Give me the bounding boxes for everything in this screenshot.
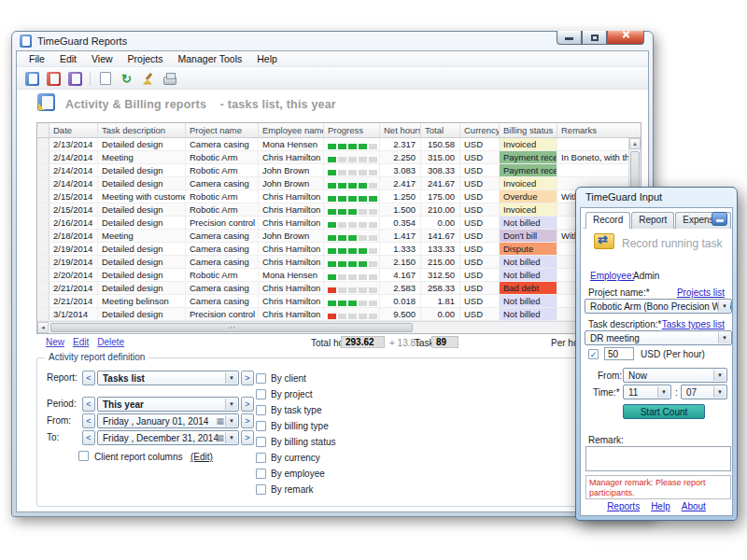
table-row[interactable]: 2/21/2014Detailed designCamera casingChr… bbox=[37, 282, 628, 295]
reports-link[interactable]: Reports bbox=[607, 501, 640, 511]
from-date-field[interactable]: Friday , January 01, 2014▦▼ bbox=[97, 413, 239, 428]
by-remark-checkbox[interactable] bbox=[256, 484, 266, 495]
table-row[interactable]: 2/19/2014Detailed designCamera casingChr… bbox=[37, 256, 628, 269]
tasks-types-list-link[interactable]: Tasks types list bbox=[662, 319, 725, 329]
dropdown-arrow-icon[interactable]: ▼ bbox=[713, 386, 726, 398]
dropdown-arrow-icon[interactable]: ▼ bbox=[225, 415, 237, 427]
print-icon[interactable] bbox=[159, 69, 180, 88]
table-row[interactable]: 2/14/2014Detailed designCamera casingJoh… bbox=[37, 177, 628, 190]
dropdown-arrow-icon[interactable]: ▼ bbox=[225, 372, 237, 384]
status-badge: Overdue bbox=[500, 190, 557, 203]
column-header-progress[interactable]: Progress bbox=[324, 123, 380, 137]
title-bar[interactable]: TimeGuard Reports bbox=[12, 32, 653, 50]
period-next-button[interactable]: > bbox=[241, 397, 254, 412]
table-row[interactable]: 2/15/2014Meeting with customerRobotic Ar… bbox=[37, 190, 628, 203]
help-link[interactable]: Help bbox=[651, 501, 670, 511]
task-select[interactable]: DR meeting▼ bbox=[585, 330, 732, 345]
report-select[interactable]: Tasks list▼ bbox=[97, 371, 239, 385]
menu-manager-tools[interactable]: Manager Tools bbox=[171, 51, 250, 66]
menu-help[interactable]: Help bbox=[249, 51, 285, 66]
from-next-button[interactable]: > bbox=[241, 413, 254, 428]
maximize-button[interactable] bbox=[582, 31, 607, 45]
from-prev-button[interactable]: < bbox=[82, 413, 95, 428]
column-header-net-hours[interactable]: Net hours bbox=[380, 123, 421, 137]
menu-edit[interactable]: Edit bbox=[52, 51, 84, 66]
edit-link[interactable]: Edit bbox=[73, 337, 89, 347]
tab-record[interactable]: Record bbox=[585, 212, 630, 229]
by-client-checkbox[interactable] bbox=[256, 373, 266, 384]
client-report-columns-checkbox[interactable] bbox=[78, 451, 89, 461]
to-date-field[interactable]: Friday , December 31, 2014▦▼ bbox=[97, 430, 239, 445]
table-row[interactable]: 2/14/2014MeetingRobotic ArmChris Hamilto… bbox=[37, 151, 628, 164]
column-header-task-description[interactable]: Task description bbox=[98, 123, 186, 137]
rate-input[interactable]: 50 bbox=[604, 347, 634, 360]
billing-book-icon[interactable] bbox=[43, 69, 64, 88]
timeguard-input-window: TimeGuard Input RecordReportExpenses Rec… bbox=[575, 187, 738, 521]
dropdown-arrow-icon[interactable]: ▼ bbox=[713, 370, 726, 381]
minimize-input-button[interactable] bbox=[712, 212, 727, 226]
column-header-remarks[interactable]: Remarks bbox=[557, 123, 641, 137]
time-hour-select[interactable]: 11▼ bbox=[623, 385, 671, 399]
table-row[interactable]: 2/16/2014Detailed designPrecision contro… bbox=[37, 217, 628, 230]
to-next-button[interactable]: > bbox=[241, 430, 254, 445]
table-row[interactable]: 2/15/2014Detailed designRobotic ArmChris… bbox=[37, 203, 628, 217]
to-prev-button[interactable]: < bbox=[82, 430, 95, 445]
report-prev-button[interactable]: < bbox=[82, 371, 95, 385]
dropdown-arrow-icon[interactable]: ▼ bbox=[718, 332, 730, 343]
table-row[interactable]: 2/21/2014Meeting belinsonCamera casingCh… bbox=[37, 295, 628, 308]
close-button[interactable] bbox=[607, 31, 644, 45]
remark-textarea[interactable] bbox=[585, 446, 731, 471]
column-header-billing-status[interactable]: Billing status bbox=[500, 123, 557, 137]
scroll-left-button[interactable]: ◄ bbox=[37, 322, 49, 333]
column-header-employee-name[interactable]: Employee name bbox=[259, 123, 324, 137]
delete-link[interactable]: Delete bbox=[97, 337, 124, 347]
table-row[interactable]: 2/19/2014Detailed designCamera casingChr… bbox=[37, 243, 628, 256]
table-row[interactable]: 2/14/2014Detailed designRobotic ArmJohn … bbox=[37, 164, 628, 177]
by-employee-checkbox[interactable] bbox=[256, 469, 266, 479]
horizontal-scrollbar[interactable]: ◄ ► bbox=[37, 321, 628, 333]
table-row[interactable]: 2/20/2014Detailed designRobotic ArmMona … bbox=[37, 269, 628, 282]
sweep-icon[interactable] bbox=[137, 69, 159, 88]
table-row[interactable]: 2/18/2014MeetingCamera casingJohn Brown1… bbox=[37, 230, 628, 243]
by-billing-type-checkbox[interactable] bbox=[256, 421, 266, 431]
new-link[interactable]: New bbox=[46, 337, 64, 347]
billing-status-cell: Dispute bbox=[500, 243, 557, 255]
about-link[interactable]: About bbox=[682, 501, 706, 511]
table-row[interactable]: 2/13/2014Detailed designCamera casingMon… bbox=[37, 138, 628, 151]
report-next-button[interactable]: > bbox=[241, 371, 254, 385]
by-project-checkbox[interactable] bbox=[256, 389, 266, 399]
table-row[interactable]: 3/1/2014Detailed designPrecision control… bbox=[37, 308, 628, 321]
projects-list-link[interactable]: Projects list bbox=[677, 287, 725, 298]
menu-view[interactable]: View bbox=[84, 51, 120, 66]
time-minute-select[interactable]: 07▼ bbox=[681, 385, 727, 399]
employee-link[interactable]: Employee: bbox=[590, 271, 634, 281]
dropdown-arrow-icon[interactable]: ▼ bbox=[657, 386, 669, 398]
start-count-button[interactable]: Start Count bbox=[623, 404, 705, 419]
new-document-icon[interactable] bbox=[94, 69, 116, 88]
column-header-total[interactable]: Total bbox=[421, 123, 460, 137]
by-task-type-checkbox[interactable] bbox=[256, 405, 266, 415]
hscroll-thumb[interactable] bbox=[50, 323, 413, 332]
minimize-button[interactable] bbox=[557, 31, 582, 45]
rate-checkbox[interactable]: ✓ bbox=[588, 349, 599, 359]
by-currency-checkbox[interactable] bbox=[256, 453, 266, 463]
edit-columns-link[interactable]: (Edit) bbox=[190, 452, 213, 462]
reports-book-icon[interactable] bbox=[21, 69, 43, 88]
menu-projects[interactable]: Projects bbox=[120, 51, 171, 66]
dropdown-arrow-icon[interactable]: ▼ bbox=[225, 399, 237, 410]
refresh-icon[interactable]: ↻ bbox=[116, 69, 137, 88]
tab-report[interactable]: Report bbox=[631, 212, 674, 229]
from-time-select[interactable]: Now▼ bbox=[623, 368, 727, 383]
dropdown-arrow-icon[interactable]: ▼ bbox=[718, 301, 730, 312]
projects-book-icon[interactable] bbox=[64, 69, 86, 88]
menu-file[interactable]: File bbox=[21, 51, 52, 66]
scroll-up-button[interactable]: ▲ bbox=[629, 138, 641, 149]
by-billing-status-checkbox[interactable] bbox=[256, 437, 266, 447]
column-header-currency[interactable]: Currency bbox=[460, 123, 500, 137]
dropdown-arrow-icon[interactable]: ▼ bbox=[225, 432, 237, 443]
period-prev-button[interactable]: < bbox=[82, 397, 95, 412]
column-header-project-name[interactable]: Project name bbox=[186, 123, 259, 137]
period-select[interactable]: This year▼ bbox=[97, 397, 239, 412]
project-select[interactable]: Robotic Arm (Bono Precision Works)▼ bbox=[585, 299, 732, 314]
column-header-date[interactable]: Date bbox=[49, 123, 98, 137]
